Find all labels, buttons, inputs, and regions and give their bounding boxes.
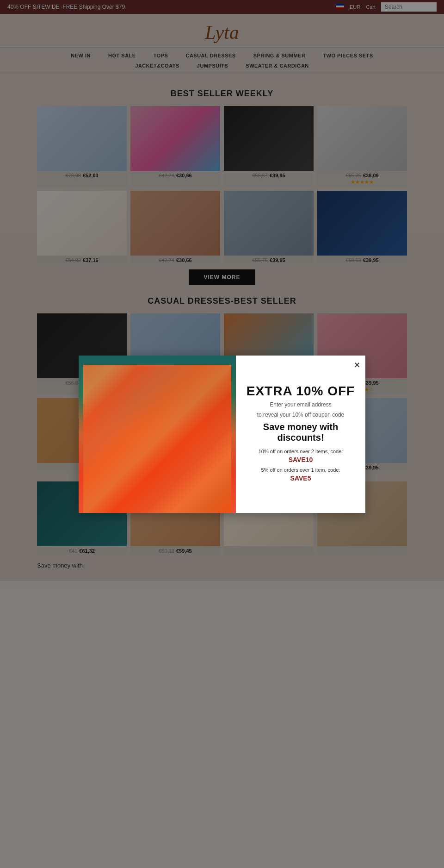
popup-container: × EXTRA 10% OFF Enter your email address… [79, 356, 365, 513]
popup-image-side [79, 356, 236, 513]
popup-subtext-1: Enter your email address [270, 401, 331, 408]
popup-close-button[interactable]: × [354, 360, 360, 369]
popup-headline: EXTRA 10% OFF [247, 384, 355, 399]
popup-overlay: × EXTRA 10% OFF Enter your email address… [0, 0, 444, 581]
popup-text-side: × EXTRA 10% OFF Enter your email address… [236, 356, 365, 513]
popup-subtext-2: to reveal your 10% off coupon code [257, 412, 345, 418]
popup-discount-2: 5% off on orders over 1 item, code: [261, 467, 340, 473]
popup-code-2: SAVE5 [290, 475, 311, 482]
popup-image-inner [79, 356, 236, 513]
popup-save-title: Save money with discounts! [245, 422, 356, 443]
popup-discount-1: 10% off on orders over 2 items, code: [259, 449, 343, 454]
popup-code-1: SAVE10 [289, 456, 313, 463]
clothes-rack-image [83, 365, 231, 513]
